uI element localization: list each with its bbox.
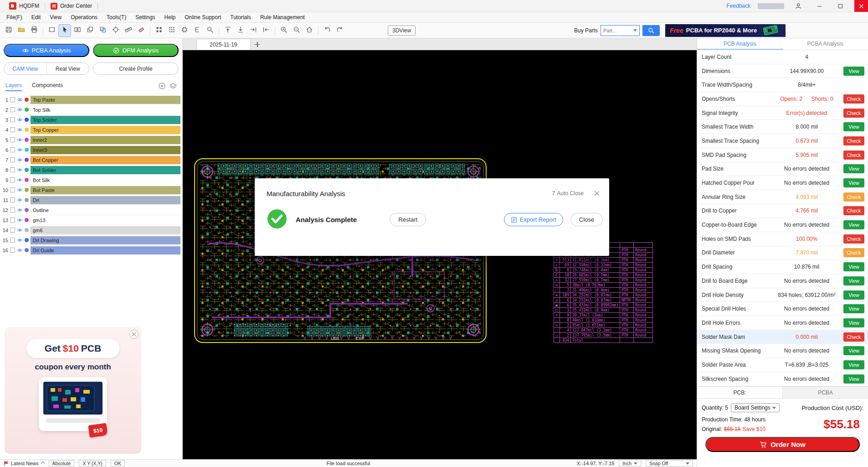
layer-color-dot[interactable]: [25, 128, 29, 132]
dot-matrix-button[interactable]: [166, 25, 178, 36]
part-search-button[interactable]: [204, 25, 216, 36]
eye-icon[interactable]: [17, 198, 23, 202]
layer-name[interactable]: Drl Drawing: [31, 236, 180, 244]
layer-row[interactable]: 11 Drl: [0, 195, 182, 205]
layer-row[interactable]: 2 Top Silk: [0, 105, 182, 115]
eye-icon[interactable]: [17, 168, 23, 172]
layer-name[interactable]: Top Copper: [31, 126, 180, 134]
zoom-out-button[interactable]: [291, 25, 303, 36]
layer-checkbox[interactable]: [10, 157, 15, 162]
layer-row[interactable]: 4 Top Copper: [0, 125, 182, 135]
order-tab-pcb[interactable]: PCB:: [697, 387, 782, 398]
eye-icon[interactable]: [17, 188, 23, 192]
menu-item[interactable]: Operations: [66, 13, 102, 22]
layer-row[interactable]: 10 Bot Paste: [0, 185, 182, 195]
layer-name[interactable]: Bot Paste: [31, 186, 180, 194]
layer-color-dot[interactable]: [25, 228, 29, 232]
ok-button[interactable]: OK: [111, 460, 125, 467]
pad-matrix-button[interactable]: [153, 25, 165, 36]
layer-name[interactable]: gm6: [31, 226, 180, 234]
analysis-action-button[interactable]: View: [843, 360, 864, 369]
layer-checkbox[interactable]: [10, 107, 15, 112]
silkscreen-text-button[interactable]: [191, 25, 203, 36]
analysis-action-button[interactable]: Check: [843, 234, 864, 244]
3dview-button[interactable]: 3DView: [388, 26, 416, 36]
analysis-action-button[interactable]: View: [843, 291, 864, 300]
add-layer-button[interactable]: [159, 83, 165, 91]
minimize-button[interactable]: [812, 0, 826, 12]
menu-item[interactable]: Rule Management: [256, 13, 309, 22]
print-button[interactable]: [28, 25, 40, 36]
chevron-down-icon[interactable]: [633, 29, 637, 31]
analysis-action-button[interactable]: View: [843, 67, 864, 76]
layer-name[interactable]: Bot Silk: [31, 176, 180, 184]
align-top-button[interactable]: [222, 25, 234, 36]
analysis-action-button[interactable]: View: [843, 178, 864, 187]
layer-name[interactable]: Top Silk: [31, 106, 180, 114]
layer-checkbox[interactable]: [10, 97, 15, 102]
layer-row[interactable]: 9 Bot Silk: [0, 175, 182, 185]
eye-icon[interactable]: [17, 98, 23, 102]
layer-color-dot[interactable]: [25, 198, 29, 202]
layer-checkbox[interactable]: [10, 238, 15, 243]
part-search-button[interactable]: [642, 25, 660, 36]
layer-checkbox[interactable]: [10, 228, 15, 233]
menu-item[interactable]: File(F): [2, 13, 27, 22]
layer-checkbox[interactable]: [10, 208, 15, 213]
cam-view-button[interactable]: CAM View: [4, 63, 47, 74]
save-button[interactable]: [3, 25, 15, 36]
layer-color-dot[interactable]: [25, 108, 29, 112]
layer-checkbox[interactable]: [10, 167, 15, 172]
layer-color-dot[interactable]: [25, 98, 29, 102]
menu-item[interactable]: Tools(T): [102, 13, 131, 22]
document-tab[interactable]: 2025-11-19: [196, 39, 251, 50]
layer-checkbox[interactable]: [10, 127, 15, 132]
layer-checkbox[interactable]: [10, 187, 15, 192]
layer-row[interactable]: 14 gm6: [0, 225, 182, 235]
account-button[interactable]: [791, 0, 805, 12]
layer-color-dot[interactable]: [25, 238, 29, 242]
part-search-input[interactable]: [603, 28, 632, 33]
eye-icon[interactable]: [17, 238, 23, 242]
analysis-action-button[interactable]: Check: [843, 94, 864, 104]
move-left-button[interactable]: [247, 25, 259, 36]
analysis-action-button[interactable]: Check: [843, 150, 864, 160]
eye-icon[interactable]: [17, 118, 23, 122]
eye-icon[interactable]: [17, 228, 23, 232]
analysis-action-button[interactable]: View: [843, 276, 864, 285]
tab-components[interactable]: Components: [32, 82, 63, 91]
promo-banner[interactable]: Free PCBA for RP2040 & More: [665, 24, 786, 37]
app-tab[interactable]: HQDFM: [4, 0, 45, 12]
board-settings-button[interactable]: Board Settings: [731, 403, 780, 412]
menu-item[interactable]: Online Support: [180, 13, 226, 22]
analysis-action-button[interactable]: View: [843, 318, 864, 327]
layer-name[interactable]: Top Solder: [31, 116, 180, 124]
layer-stack-button[interactable]: [169, 83, 177, 91]
ad-close-button[interactable]: [129, 330, 139, 339]
eye-icon[interactable]: [17, 158, 23, 162]
unit-select[interactable]: Inch: [619, 460, 641, 467]
coordinate-mode-select[interactable]: Absolute: [49, 460, 75, 467]
layer-name[interactable]: Inner2: [31, 136, 180, 144]
layer-name[interactable]: Drl: [31, 196, 180, 204]
analysis-action-button[interactable]: View: [843, 262, 864, 271]
coupon-ad-card[interactable]: Get $10 PCB coupon every month: [5, 327, 141, 454]
snap-select[interactable]: Snap Off: [646, 460, 693, 467]
menu-item[interactable]: View: [45, 13, 66, 22]
pcba-analysis-button[interactable]: PCBA Analysis: [4, 44, 89, 57]
layer-checkbox[interactable]: [10, 177, 15, 182]
select-button[interactable]: [59, 25, 71, 36]
redo-button[interactable]: [334, 25, 346, 36]
layer-name[interactable]: gm13: [31, 216, 180, 224]
analysis-action-button[interactable]: Check: [843, 206, 864, 215]
layer-checkbox[interactable]: [10, 197, 15, 202]
order-tab-pcba[interactable]: PCBA: [782, 387, 868, 398]
layer-row[interactable]: 5 Inner2: [0, 135, 182, 145]
order-now-button[interactable]: Order Now: [705, 437, 860, 452]
real-view-button[interactable]: Real View: [47, 63, 89, 74]
layout-split-button[interactable]: [72, 25, 83, 36]
menu-item[interactable]: Settings: [131, 13, 159, 22]
restart-button[interactable]: Restart: [390, 213, 426, 226]
layer-name[interactable]: Top Paste: [31, 96, 180, 104]
analysis-action-button[interactable]: Check: [843, 332, 864, 342]
